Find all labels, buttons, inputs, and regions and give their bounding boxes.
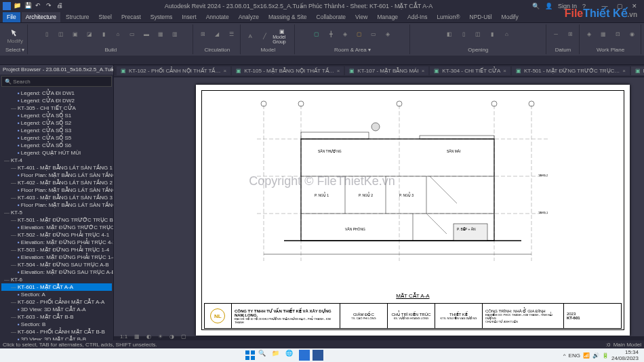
doc-tab[interactable]: ▣ KT-102 - PHỐI CẢNH NỘI THẤT TẦ… × (117, 66, 230, 75)
tray-chevron-icon[interactable]: ^ (563, 353, 566, 359)
tray-wifi-icon[interactable]: 📶 (583, 353, 590, 359)
ribbon-tab-structure[interactable]: Structure (62, 12, 94, 22)
sun-path[interactable]: ☀ (156, 333, 165, 340)
floor-tool[interactable]: ▬ (140, 26, 153, 42)
ribbon-tab-annotate[interactable]: Annotate (202, 12, 233, 22)
ribbon-tab-lumion[interactable]: Lumion® (432, 12, 464, 22)
tree-item[interactable]: ▪Elevation: MẶT ĐỨNG SAU TRỤC A-B (1, 268, 112, 276)
dormer-tool[interactable]: ⌂ (500, 26, 512, 42)
ref-plane-tool[interactable]: ⊡ (611, 26, 624, 42)
tree-item[interactable]: —KT-504 - MẶT ĐỨNG SAU TRỤC A-B (1, 261, 112, 268)
wall-opening-tool[interactable]: ◫ (472, 26, 484, 42)
set-plane-tool[interactable]: ◈ (583, 26, 595, 42)
start-button[interactable] (245, 350, 256, 361)
shaft-tool[interactable]: ▯ (458, 26, 470, 42)
ribbon-tab-npdutil[interactable]: NPD-Util (466, 12, 496, 22)
ribbon-tab-insert[interactable]: Insert (178, 12, 200, 22)
tree-item[interactable]: —KT-604 - PHỐI CẢNH MẶT CẮT B-B (1, 328, 112, 336)
explorer-taskbar[interactable]: 📁 (272, 350, 283, 361)
ramp-tool[interactable]: ◢ (211, 26, 223, 42)
search-input[interactable]: 🔍 Search (1, 76, 112, 87)
tree-item[interactable]: ▪Legend: CỬA SỔ S3 (1, 127, 112, 134)
area-boundary-tool[interactable]: ▭ (367, 26, 380, 42)
tree-item[interactable]: —KT-602 - PHỐI CẢNH MẶT CẮT A-A (1, 298, 112, 306)
tree-item[interactable]: —KT-5 (1, 209, 112, 216)
tree-item[interactable]: —KT-603 - MẶT CẮT B-B (1, 313, 112, 321)
ribbon-tab-addins[interactable]: Add-Ins (403, 12, 431, 22)
drawing-canvas[interactable]: SÂN THƯỢNG SÂN MÁI P. NGỦ 1 P. NGỦ 2 P. … (114, 77, 644, 343)
ribbon-tab-collaborate[interactable]: Collaborate (313, 12, 350, 22)
model-group-tool[interactable]: ▣Model Group (273, 26, 291, 46)
clock-time[interactable]: 15:34 (611, 349, 639, 355)
ribbon-tab-analyze[interactable]: Analyze (235, 12, 263, 22)
stair-tool[interactable]: ☰ (225, 26, 237, 42)
tree-item[interactable]: ▪Legend: CỬA SỔ S2 (1, 119, 112, 127)
redo-icon[interactable]: ↷ (46, 2, 54, 10)
undo-icon[interactable]: ↶ (35, 2, 43, 10)
roof-tool[interactable]: ⌂ (112, 26, 124, 42)
tree-item[interactable]: —KT-4 (1, 157, 112, 164)
ceiling-tool[interactable]: ▭ (126, 26, 138, 42)
railing-tool[interactable]: ⊞ (197, 26, 209, 42)
detail-level[interactable]: ▦ (132, 333, 142, 340)
doc-tab[interactable]: ▣ KT-107 - MẶT BẰNG MÁI × (345, 66, 428, 75)
tree-item[interactable]: ▪Elevation: MẶT ĐỨNG PHẢI TRỤC 4-1 (1, 239, 112, 246)
user-icon[interactable]: 👤 (545, 3, 552, 9)
component-tool[interactable]: ◪ (83, 26, 96, 42)
tray-battery-icon[interactable]: 🔋 (602, 353, 609, 359)
tree-item[interactable]: ▪3D View: 3D MẶT CẮT A-A (1, 306, 112, 313)
clock-date[interactable]: 24/08/2023 (611, 355, 639, 361)
level-tool[interactable]: ─ (550, 26, 562, 42)
ribbon-tab-steel[interactable]: Steel (95, 12, 116, 22)
print-icon[interactable]: 🖨 (57, 2, 65, 10)
shadows[interactable]: ◑ (167, 333, 176, 340)
ribbon-tab-view[interactable]: View (351, 12, 371, 22)
word-taskbar[interactable] (313, 350, 323, 361)
doc-tab[interactable]: ▣ KT-601 - MẶT CẮT A-A × (631, 66, 644, 75)
crop-view[interactable]: ▢ (179, 333, 188, 340)
tree-item[interactable]: —KT-503 - MẶT ĐỨNG PHẢI TRỤC 1-4 (1, 246, 112, 254)
area-tool[interactable]: ▢ (353, 26, 365, 42)
tree-item[interactable]: ▪Floor Plan: MẶT BẰNG LÁT SÀN TẦNG 1 (1, 172, 112, 179)
tree-item[interactable]: —KT-502 - MẶT ĐỨNG PHẢI TRỤC 4-1 (1, 231, 112, 239)
tree-item[interactable]: ▪Section: A (1, 291, 112, 298)
tree-item[interactable]: ▪Legend: CỬA SỔ S6 (1, 142, 112, 149)
ribbon-tab-massingsite[interactable]: Massing & Site (264, 12, 311, 22)
doc-tab[interactable]: ▣ KT-105 - MẶT BẰNG NỘI THẤT TẦ… × (232, 66, 344, 75)
room-separator-tool[interactable]: ╋ (325, 26, 337, 42)
ribbon-tab-precast[interactable]: Precast (117, 12, 145, 22)
mullion-tool[interactable]: ▥ (169, 26, 181, 42)
grid-tool[interactable]: ⊞ (564, 26, 576, 42)
tree-item[interactable]: —KT-403 - MẶT BẰNG LÁT SÀN TẦNG 3 (1, 194, 112, 201)
tree-item[interactable]: —KT-401 - MẶT BẰNG LÁT SÀN TẦNG 1 (1, 164, 112, 172)
window-tool[interactable]: ▣ (69, 26, 81, 42)
tree-item[interactable]: ▪Legend: QUẠT HÚT MÙI (1, 149, 112, 157)
close-icon[interactable]: × (422, 68, 425, 74)
tree-item[interactable]: ▪Elevation: MẶT ĐỨNG TRƯỚC TRỤC B-A (1, 224, 112, 231)
tree-item[interactable]: ▪Floor Plan: MẶT BẰNG LÁT SÀN TẦNG 3 (1, 201, 112, 209)
tree-item[interactable]: ▪Legend: CỬA SỔ S5 (1, 134, 112, 142)
tag-room-tool[interactable]: ◈ (339, 26, 351, 42)
close-icon[interactable]: × (503, 68, 506, 74)
tree-item[interactable]: ▪Section: B (1, 321, 112, 328)
search-taskbar[interactable]: 🔍 (258, 350, 269, 361)
search-icon[interactable]: 🔍 (532, 3, 540, 9)
tree-item[interactable]: —KT-305 - CHI TIẾT CỬA (1, 104, 112, 112)
doc-tab[interactable]: ▣ KT-501 - MẶT ĐỨNG TRƯỚC TRỤC… × (512, 66, 630, 75)
room-tool[interactable]: ▢ (310, 26, 323, 42)
open-icon[interactable]: 📁 (14, 2, 22, 10)
tree-item[interactable]: —KT-501 - MẶT ĐỨNG TRƯỚC TRỤC B-A (1, 216, 112, 224)
modify-tool[interactable]: Modify (5, 26, 24, 46)
tray-lang[interactable]: ENG (569, 353, 580, 359)
curtain-tool[interactable]: ▦ (155, 26, 167, 42)
scale-control[interactable]: 1:1 (118, 333, 129, 340)
edge-taskbar[interactable]: 🌐 (285, 350, 296, 361)
tree-item[interactable]: —KT-6 (1, 276, 112, 283)
ribbon-tab-manage[interactable]: Manage (373, 12, 402, 22)
door-tool[interactable]: ◫ (55, 26, 67, 42)
close-icon[interactable]: × (622, 68, 626, 74)
ribbon-tab-modify[interactable]: Modify (498, 12, 523, 22)
close-icon[interactable]: × (223, 68, 226, 74)
wall-tool[interactable]: ▯ (41, 26, 53, 42)
tree-item[interactable]: ▪Elevation: MẶT ĐỨNG PHẢI TRỤC 1-4 (1, 254, 112, 261)
